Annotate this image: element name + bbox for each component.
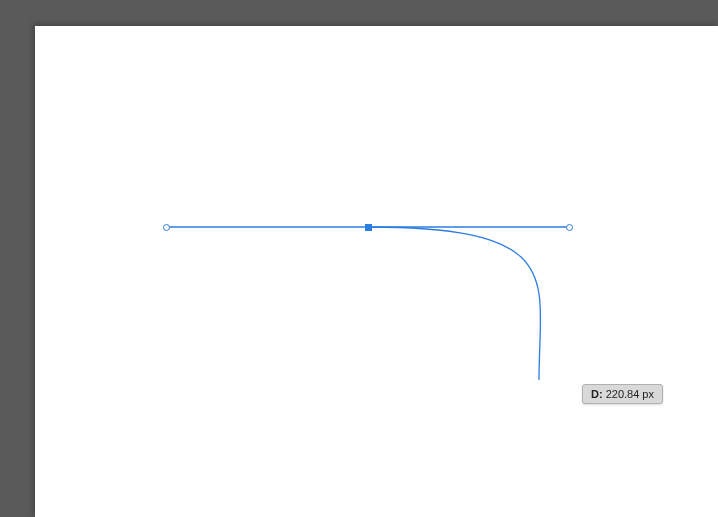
bezier-curve[interactable] [368, 227, 541, 380]
tangent-handle-left[interactable] [163, 224, 170, 231]
tooltip-label: D: [591, 388, 603, 400]
tangent-handle-right[interactable] [566, 224, 573, 231]
path-overlay [35, 26, 718, 517]
tooltip-value: 220.84 px [606, 388, 654, 400]
anchor-point[interactable] [365, 224, 372, 231]
artboard[interactable]: D: 220.84 px [35, 26, 718, 517]
measurement-tooltip: D: 220.84 px [582, 384, 663, 404]
